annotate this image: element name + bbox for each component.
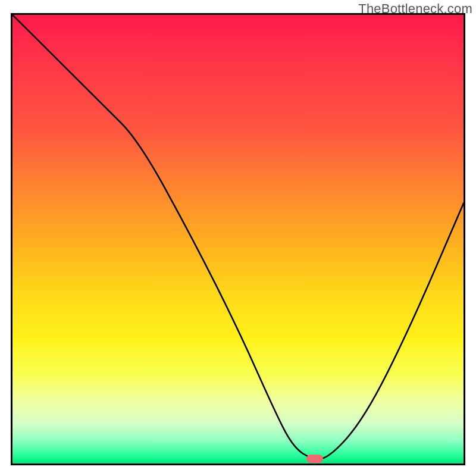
watermark-text: TheBottleneck.com <box>358 1 472 17</box>
bottleneck-curve <box>12 15 464 464</box>
chart-container: TheBottleneck.com <box>0 0 476 476</box>
curve-path <box>12 15 464 459</box>
optimal-marker <box>306 455 323 463</box>
plot-frame <box>11 13 465 465</box>
